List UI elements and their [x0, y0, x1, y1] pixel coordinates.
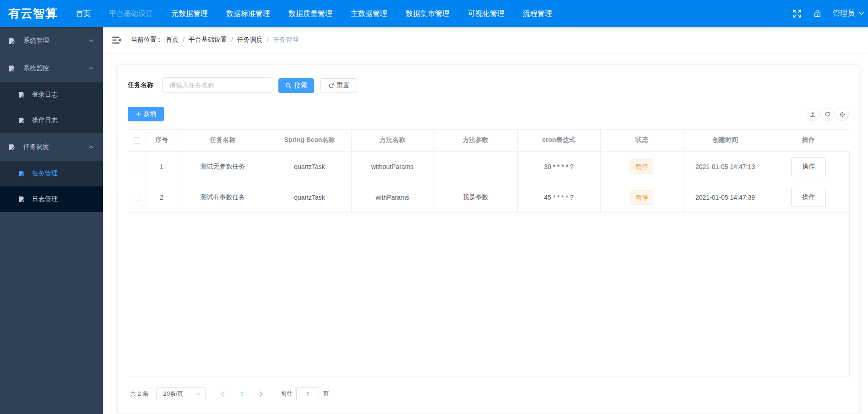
add-button-label: 新增 — [144, 110, 157, 118]
topbar-right: 管理员 — [793, 0, 868, 27]
chevron-right-icon — [259, 391, 263, 397]
topbar: 有云智算 首页 平台基础设置 元数据管理 数据标准管理 数据质量管理 主数据管理… — [0, 0, 868, 27]
next-page-button[interactable] — [254, 387, 268, 400]
table-header-row: 序号 任务名称 Spring Bean名称 方法名称 方法参数 cron表达式 … — [128, 130, 850, 151]
doc-edit-icon — [8, 65, 15, 72]
cell-bean-name: quartzTask — [268, 151, 351, 182]
cell-method-params: 我是参数 — [434, 182, 517, 212]
breadcrumb-home[interactable]: 首页 — [166, 36, 179, 44]
column-header-method-name: 方法名称 — [351, 130, 434, 151]
refresh-icon — [328, 83, 334, 89]
doc-edit-icon — [8, 38, 15, 44]
page-number-1[interactable]: 1 — [231, 391, 252, 398]
cell-method-name: withoutParams — [351, 151, 434, 182]
breadcrumb-separator: / — [267, 36, 269, 44]
breadcrumb-platform-settings[interactable]: 平台基础设置 — [189, 36, 227, 44]
table-row: 2 测试有参数任务 quartzTask withParams 我是参数 45 … — [128, 182, 850, 212]
table-filler — [128, 212, 850, 213]
sidebar-item-system-monitor[interactable]: 系统监控 — [0, 54, 103, 82]
topnav-item-home[interactable]: 首页 — [67, 0, 100, 27]
doc-edit-icon — [18, 117, 25, 124]
topnav-item-data-quality[interactable]: 数据质量管理 — [279, 0, 342, 27]
hamburger-icon[interactable] — [112, 36, 121, 44]
breadcrumb: 当前位置： 首页 / 平台基础设置 / 任务调度 / 任务管理 — [131, 36, 298, 44]
sidebar-item-label: 任务调度 — [23, 143, 49, 151]
sidebar-item-log-management[interactable]: 日志管理 — [0, 186, 103, 212]
chevron-down-icon — [196, 392, 201, 396]
page-content: 任务名称 搜索 重置 — [103, 53, 868, 414]
prev-page-button[interactable] — [215, 387, 230, 400]
sidebar-item-label: 操作日志 — [32, 116, 58, 125]
sidebar-item-label: 登录日志 — [32, 91, 58, 99]
cell-bean-name: quartzTask — [268, 182, 351, 212]
add-button[interactable]: 新增 — [128, 107, 164, 121]
search-input[interactable] — [162, 77, 272, 93]
doc-edit-icon — [18, 92, 25, 98]
chevron-up-icon — [88, 65, 94, 71]
row-checkbox[interactable] — [134, 164, 140, 170]
sidebar-item-login-log[interactable]: 登录日志 — [0, 82, 103, 108]
column-header-method-params: 方法参数 — [434, 130, 517, 151]
status-badge: 暂停 — [630, 190, 653, 205]
settings-button[interactable] — [835, 108, 849, 121]
chevron-up-icon — [88, 144, 94, 150]
refresh-button[interactable] — [821, 108, 834, 121]
task-table: 序号 任务名称 Spring Bean名称 方法名称 方法参数 cron表达式 … — [128, 129, 850, 376]
breadcrumb-bar: 当前位置： 首页 / 平台基础设置 / 任务调度 / 任务管理 — [103, 27, 868, 53]
pagination: 共 2 条 20条/页 1 前 — [130, 387, 329, 400]
sidebar: 系统管理 系统监控 登录日志 — [0, 27, 103, 414]
goto-page-input[interactable] — [296, 387, 319, 400]
row-checkbox[interactable] — [134, 195, 140, 201]
topnav-item-visualization[interactable]: 可视化管理 — [459, 0, 514, 27]
search-icon — [285, 82, 292, 89]
refresh-icon — [825, 111, 830, 117]
sidebar-item-label: 日志管理 — [32, 195, 58, 203]
doc-edit-icon — [18, 170, 25, 177]
column-header-task-name: 任务名称 — [178, 130, 268, 151]
cell-cron: 30 * * * * ? — [517, 151, 600, 182]
sidebar-item-system-management[interactable]: 系统管理 — [0, 27, 103, 54]
sidebar-item-task-management[interactable]: 任务管理 — [0, 161, 103, 186]
search-button[interactable]: 搜索 — [278, 78, 314, 93]
column-header-index: 序号 — [146, 130, 178, 151]
cell-created: 2021-01-05 14:47:39 — [684, 182, 767, 212]
user-name: 管理员 — [833, 9, 855, 18]
breadcrumb-task-schedule[interactable]: 任务调度 — [237, 36, 263, 44]
plus-icon — [136, 111, 141, 117]
page-size-select[interactable]: 20条/页 — [156, 387, 206, 400]
page-size-value: 20条/页 — [163, 390, 183, 398]
breadcrumb-prefix: 当前位置： — [131, 36, 163, 44]
table-toolbar — [805, 108, 849, 121]
sidebar-item-operation-log[interactable]: 操作日志 — [0, 108, 103, 133]
chevron-left-icon — [221, 391, 225, 397]
user-menu[interactable]: 管理员 — [833, 9, 864, 18]
row-action-button[interactable]: 操作 — [791, 188, 826, 207]
status-badge: 暂停 — [630, 159, 653, 174]
row-height-icon — [810, 111, 816, 117]
cell-index: 1 — [146, 151, 178, 182]
pagination-total: 共 2 条 — [130, 390, 148, 398]
main-area: 当前位置： 首页 / 平台基础设置 / 任务调度 / 任务管理 任务名称 搜索 — [103, 27, 868, 414]
cell-cron: 45 * * * * ? — [517, 182, 600, 212]
page-suffix: 页 — [323, 390, 329, 398]
reset-button-label: 重置 — [337, 82, 350, 90]
topnav-item-platform-settings[interactable]: 平台基础设置 — [100, 0, 162, 27]
cell-task-name: 测试有参数任务 — [178, 182, 268, 212]
sidebar-item-label: 系统监控 — [23, 64, 49, 72]
topnav-item-metadata[interactable]: 元数据管理 — [162, 0, 217, 27]
row-height-button[interactable] — [806, 108, 819, 121]
reset-button[interactable]: 重置 — [320, 78, 357, 93]
topnav-item-master-data[interactable]: 主数据管理 — [342, 0, 396, 27]
lock-icon[interactable] — [814, 10, 821, 17]
topnav-item-workflow[interactable]: 流程管理 — [514, 0, 561, 27]
sidebar-item-task-schedule[interactable]: 任务调度 — [0, 133, 103, 161]
column-header-status: 状态 — [600, 130, 684, 151]
column-header-created: 创建时间 — [684, 130, 767, 151]
select-all-checkbox[interactable] — [134, 137, 140, 144]
fullscreen-icon[interactable] — [793, 10, 801, 18]
row-action-button[interactable]: 操作 — [791, 157, 826, 176]
cell-task-name: 测试无参数任务 — [178, 151, 268, 182]
search-button-label: 搜索 — [294, 82, 307, 90]
topnav-item-data-standard[interactable]: 数据标准管理 — [217, 0, 279, 27]
topnav-item-data-mart[interactable]: 数据集市管理 — [396, 0, 459, 27]
